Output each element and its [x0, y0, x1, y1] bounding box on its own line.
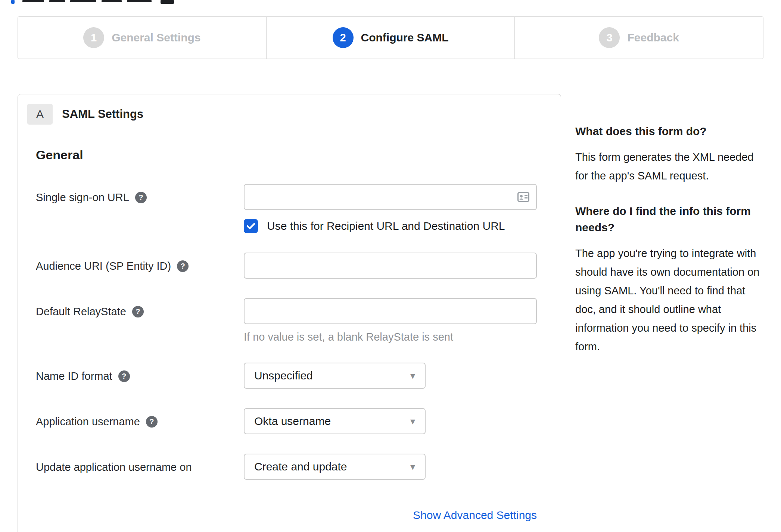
panel-title: SAML Settings [62, 107, 143, 121]
name-id-format-select[interactable]: Unspecified ▾ [244, 363, 426, 389]
sso-url-label: Single sign-on URL [36, 191, 129, 204]
field-row-sso-url: Single sign-on URL ? [36, 184, 561, 233]
question-glyph: ? [136, 307, 140, 316]
audience-uri-input[interactable] [244, 253, 537, 279]
question-glyph: ? [139, 193, 143, 202]
sidebar-answer-2: The app you're trying to integrate with … [575, 244, 764, 356]
step-label: General Settings [112, 31, 200, 44]
help-icon[interactable]: ? [177, 260, 189, 272]
sidebar-answer-1: This form generates the XML needed for t… [575, 148, 764, 185]
saml-form: Single sign-on URL ? [18, 184, 561, 522]
step-number-badge: 1 [83, 27, 104, 48]
name-id-format-label: Name ID format [36, 369, 112, 383]
clipped-text-fragment [49, 0, 65, 2]
help-icon[interactable]: ? [132, 306, 144, 317]
step-number-badge: 3 [599, 27, 620, 48]
question-glyph: ? [149, 417, 154, 426]
step-label: Feedback [627, 31, 679, 44]
help-icon[interactable]: ? [146, 416, 158, 428]
step-number-badge: 2 [333, 27, 354, 48]
field-row-name-id-format: Name ID format ? Unspecified ▾ [36, 363, 561, 389]
step-label: Configure SAML [361, 31, 449, 44]
step-general-settings[interactable]: 1 General Settings [18, 17, 266, 59]
field-row-update-app-username: Update application username on Create an… [36, 454, 561, 480]
default-relaystate-input[interactable] [244, 298, 537, 324]
help-sidebar: What does this form do? This form genera… [575, 94, 764, 356]
checkmark-icon [246, 222, 255, 230]
saml-settings-panel: A SAML Settings General Single sign-on U… [18, 94, 561, 532]
recipient-url-checkbox[interactable] [244, 219, 258, 233]
chevron-down-icon: ▾ [410, 370, 415, 382]
update-app-username-select[interactable]: Create and update ▾ [244, 454, 426, 480]
sidebar-question-2: Where do I find the info this form needs… [575, 203, 764, 236]
select-value: Unspecified [254, 369, 410, 382]
general-section-title: General [36, 148, 561, 162]
application-username-label: Application username [36, 415, 140, 428]
step-configure-saml[interactable]: 2 Configure SAML [266, 17, 515, 59]
clipped-page-header [0, 0, 781, 4]
clipped-text-fragment [127, 0, 152, 2]
question-glyph: ? [122, 372, 126, 381]
step-feedback[interactable]: 3 Feedback [514, 17, 763, 59]
sso-url-input[interactable] [244, 184, 537, 210]
recipient-url-checkbox-label: Use this for Recipient URL and Destinati… [267, 220, 505, 232]
update-app-username-label: Update application username on [36, 460, 192, 474]
application-username-select[interactable]: Okta username ▾ [244, 408, 426, 434]
relaystate-hint: If no value is set, a blank RelayState i… [244, 331, 561, 343]
default-relaystate-label: Default RelayState [36, 305, 126, 318]
clipped-text-fragment [102, 0, 122, 2]
clipped-icon-fragment [161, 0, 174, 4]
section-a-badge: A [27, 104, 53, 125]
audience-uri-label: Audience URI (SP Entity ID) [36, 259, 171, 273]
chevron-down-icon: ▾ [410, 461, 415, 473]
clipped-accent-fragment [11, 0, 15, 4]
help-icon[interactable]: ? [118, 370, 130, 382]
field-row-audience-uri: Audience URI (SP Entity ID) ? [36, 253, 561, 279]
sidebar-question-1: What does this form do? [575, 123, 764, 140]
select-value: Okta username [254, 415, 410, 428]
field-row-default-relaystate: Default RelayState ? If no value is set,… [36, 298, 561, 343]
select-value: Create and update [254, 460, 410, 473]
field-row-application-username: Application username ? Okta username ▾ [36, 408, 561, 434]
show-advanced-settings-link[interactable]: Show Advanced Settings [413, 509, 537, 521]
help-icon[interactable]: ? [135, 192, 147, 203]
wizard-stepper: 1 General Settings 2 Configure SAML 3 Fe… [18, 16, 763, 59]
clipped-text-fragment [70, 0, 96, 2]
chevron-down-icon: ▾ [410, 416, 415, 427]
question-glyph: ? [181, 262, 185, 270]
clipped-text-fragment [22, 0, 44, 2]
contact-card-icon[interactable] [517, 191, 529, 203]
